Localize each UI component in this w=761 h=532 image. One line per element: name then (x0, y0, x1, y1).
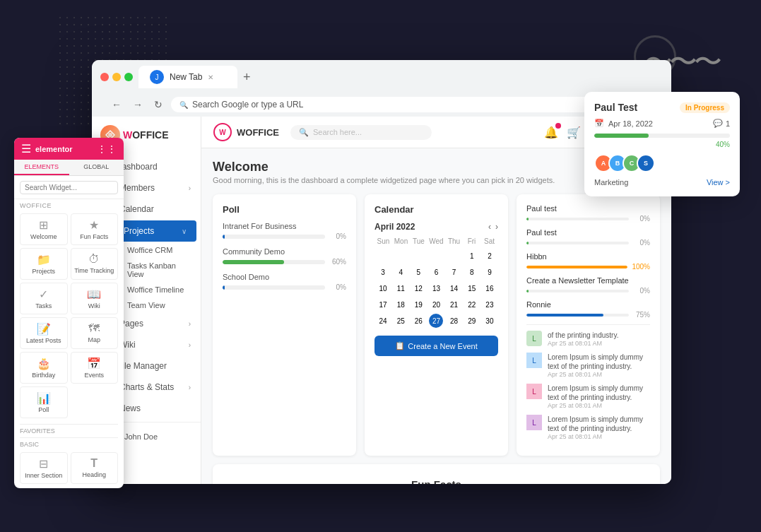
browser-tab[interactable]: J New Tab ✕ (138, 66, 237, 88)
sidebar-user-name: John Doe (124, 432, 158, 441)
search-placeholder-text: Search here... (313, 128, 362, 136)
cal-day-17[interactable]: 17 (376, 297, 390, 312)
minimize-window-button[interactable] (112, 73, 121, 81)
cal-day-18[interactable]: 18 (394, 297, 408, 312)
widget-wiki[interactable]: 📖 Wiki (71, 283, 119, 314)
close-window-button[interactable] (100, 73, 109, 81)
project-5-bar (526, 314, 603, 317)
cart-icon[interactable]: 🛒 (567, 126, 581, 139)
comment-icon: 💬 (713, 119, 723, 128)
cal-day-21[interactable]: 21 (447, 297, 461, 312)
widget-fun-facts[interactable]: ★ Fun Facts (71, 213, 119, 245)
widget-map-label: Map (88, 336, 100, 343)
submenu-woffice-crm[interactable]: Woffice CRM (112, 242, 201, 258)
svg-text:L: L (532, 419, 536, 427)
widget-welcome-label: Welcome (30, 233, 57, 240)
widget-events[interactable]: 📅 Events (71, 352, 119, 384)
cal-day-29[interactable]: 29 (465, 314, 479, 328)
refresh-button[interactable]: ↻ (151, 97, 165, 112)
activity-text-2: Lorem Ipsum is simply dummy text of the … (548, 353, 650, 371)
widget-tasks-label: Tasks (35, 302, 52, 309)
cal-day-1[interactable]: 1 (465, 249, 479, 263)
header-logo-text: WOFFICE (237, 127, 279, 138)
activity-time-3: Apr 25 at 08:01 AM (548, 402, 650, 409)
cal-day-26[interactable]: 26 (411, 314, 425, 328)
cal-day-25[interactable]: 25 (394, 314, 408, 328)
tab-close-button[interactable]: ✕ (208, 73, 213, 81)
widget-latest-posts[interactable]: 📝 Latest Posts (20, 317, 68, 349)
notification-icon[interactable]: 🔔 (544, 126, 558, 139)
new-tab-button[interactable]: + (237, 70, 256, 85)
submenu-woffice-timeline[interactable]: Woffice Timeline (112, 282, 201, 297)
submenu-tasks-kanban[interactable]: Tasks Kanban View (112, 258, 201, 282)
tab-title: New Tab (170, 72, 202, 82)
cal-day-2[interactable]: 2 (483, 249, 497, 263)
widget-search-input[interactable] (20, 181, 118, 194)
search-icon: 🔍 (299, 128, 309, 137)
widget-birthday[interactable]: 🎂 Birthday (20, 352, 68, 384)
weekday-mon: Mon (392, 237, 410, 245)
tab-elements[interactable]: ELEMENTS (14, 160, 69, 175)
submenu-team-view[interactable]: Team View (112, 297, 201, 313)
weekday-thu: Thu (445, 237, 463, 245)
widget-welcome[interactable]: ⊞ Welcome (20, 213, 68, 245)
elementor-menu-icon[interactable]: ⋮⋮ (97, 143, 117, 155)
popup-progress-bar-bg (594, 134, 730, 138)
calendar-card: Calendar April 2022 ‹ › Sun Mon (365, 194, 508, 456)
cal-day-5[interactable]: 5 (411, 265, 425, 279)
project-2-name: Paul test (526, 228, 650, 237)
cal-day-22[interactable]: 22 (465, 297, 479, 312)
basic-section-label: BASIC (14, 439, 124, 449)
forward-button[interactable]: → (130, 97, 146, 112)
popup-view-link[interactable]: View > (707, 178, 730, 187)
cal-day-12[interactable]: 12 (411, 281, 425, 295)
create-event-button[interactable]: 📋 Create a New Event (374, 336, 498, 356)
cal-day-14[interactable]: 14 (447, 281, 461, 295)
projects-arrow-icon: ∨ (182, 227, 187, 235)
project-3: Hibbn 100% (526, 252, 650, 271)
popup-section-row: Marketing View > (594, 178, 730, 187)
members-arrow-icon: › (189, 184, 191, 192)
widget-time-tracking[interactable]: ⏱ Time Tracking (71, 248, 119, 280)
cal-day-16[interactable]: 16 (483, 281, 497, 295)
cal-day-8[interactable]: 8 (465, 265, 479, 279)
cal-day-9[interactable]: 9 (483, 265, 497, 279)
widget-inner-section[interactable]: ⊟ Inner Section (20, 452, 68, 484)
widget-latest-posts-label: Latest Posts (26, 337, 61, 344)
header-search[interactable]: 🔍 Search here... (290, 125, 432, 140)
project-2-bar-container: 0% (526, 239, 650, 247)
cal-day-15[interactable]: 15 (465, 281, 479, 295)
widget-tasks[interactable]: ✓ Tasks (20, 283, 68, 314)
cal-day-24[interactable]: 24 (376, 314, 390, 328)
cal-day-27[interactable]: 27 (429, 314, 443, 328)
widget-map[interactable]: 🗺 Map (71, 317, 119, 349)
cal-day-28[interactable]: 28 (447, 314, 461, 328)
cal-day-13[interactable]: 13 (429, 281, 443, 295)
fun-facts-title: Fun Facts (227, 478, 646, 484)
maximize-window-button[interactable] (124, 73, 133, 81)
project-1-bar-bg (526, 218, 629, 220)
cal-day-11[interactable]: 11 (394, 281, 408, 295)
cal-day-23[interactable]: 23 (483, 297, 497, 312)
widget-projects[interactable]: 📁 Projects (20, 248, 68, 280)
calendar-prev-button[interactable]: ‹ (488, 222, 491, 232)
cal-day-10[interactable]: 10 (376, 281, 390, 295)
calendar-next-button[interactable]: › (495, 222, 498, 232)
tasks-widget-icon: ✓ (39, 288, 48, 301)
weekday-tue: Tue (410, 237, 427, 245)
submenu-kanban-label: Tasks Kanban View (127, 261, 194, 278)
cal-day-30[interactable]: 30 (483, 314, 497, 328)
cal-day-4[interactable]: 4 (394, 265, 408, 279)
widget-heading[interactable]: T Heading (71, 452, 119, 484)
address-bar[interactable]: 🔍 Search Google or type a URL (171, 97, 618, 112)
cal-day-19[interactable]: 19 (411, 297, 425, 312)
cal-day-20[interactable]: 20 (429, 297, 443, 312)
activity-item-1: L of the printing industry. Apr 25 at 08… (526, 331, 650, 347)
cal-day-6[interactable]: 6 (429, 265, 443, 279)
tab-global[interactable]: GLOBAL (69, 160, 124, 175)
cal-day-3[interactable]: 3 (376, 265, 390, 279)
cal-day-7[interactable]: 7 (447, 265, 461, 279)
back-button[interactable]: ← (109, 97, 124, 112)
poll-item-2-label: Community Demo (223, 247, 346, 256)
widget-poll[interactable]: 📊 Poll (20, 386, 68, 418)
